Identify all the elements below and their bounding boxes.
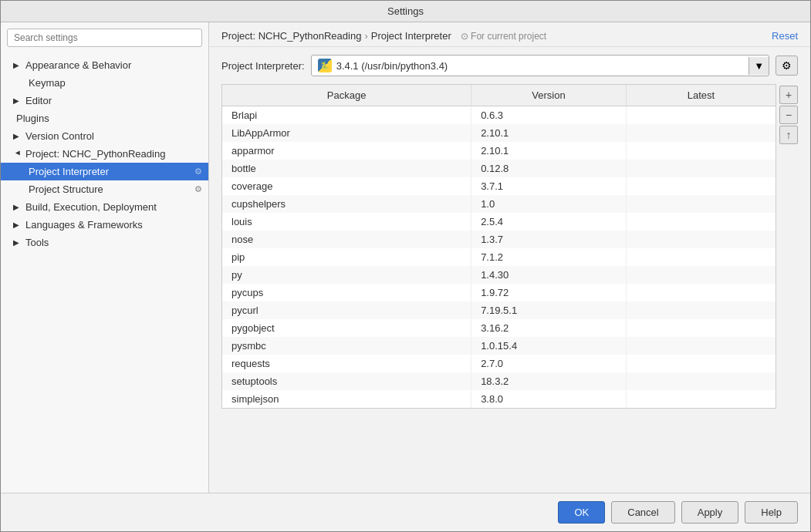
- help-button[interactable]: Help: [745, 501, 798, 524]
- reset-link[interactable]: Reset: [772, 30, 798, 42]
- cell-version: 7.19.5.1: [471, 301, 627, 319]
- chevron-down-icon: ▼: [754, 60, 764, 72]
- cell-version: 1.4.30: [471, 266, 627, 284]
- cell-version: 3.7.1: [471, 177, 627, 195]
- sidebar-item-keymap[interactable]: Keymap: [1, 74, 208, 92]
- interpreter-label: Project Interpreter:: [221, 60, 305, 72]
- table-row[interactable]: pysmbc 1.0.15.4: [222, 337, 776, 355]
- column-version: Version: [471, 85, 627, 106]
- footer: OK Cancel Apply Help: [1, 493, 810, 531]
- sidebar-item-label: Project: NCHC_PythonReading: [25, 148, 165, 160]
- search-input[interactable]: [7, 29, 202, 47]
- python-icon: 🐍: [318, 59, 332, 72]
- chevron-right-icon: ▶: [13, 203, 22, 211]
- table-row[interactable]: pycurl 7.19.5.1: [222, 301, 776, 319]
- sidebar-item-label: Editor: [25, 95, 52, 106]
- cell-version: 0.6.3: [471, 106, 627, 125]
- sidebar-item-appearance[interactable]: ▶ Appearance & Behavior: [1, 56, 208, 74]
- sidebar-item-editor[interactable]: ▶ Editor: [1, 92, 208, 109]
- sidebar-item-project[interactable]: ▼ Project: NCHC_PythonReading: [1, 145, 208, 163]
- table-row[interactable]: bottle 0.12.8: [222, 160, 776, 177]
- chevron-right-icon: ▶: [13, 96, 22, 105]
- chevron-right-icon: ▶: [13, 132, 22, 140]
- cell-latest: [626, 284, 776, 301]
- panel-header: Project: NCHC_PythonReading › Project In…: [209, 22, 810, 47]
- cell-version: 0.12.8: [471, 160, 627, 177]
- sidebar-item-label: Project Interpreter: [29, 166, 109, 177]
- cell-version: 2.10.1: [471, 142, 627, 160]
- table-row[interactable]: LibAppArmor 2.10.1: [222, 124, 776, 142]
- cell-package: setuptools: [222, 372, 471, 390]
- cell-version: 18.3.2: [471, 372, 627, 390]
- table-row[interactable]: coverage 3.7.1: [222, 177, 776, 195]
- cell-latest: [626, 319, 776, 337]
- interpreter-dropdown-button[interactable]: ▼: [748, 57, 769, 75]
- interpreter-select-wrapper[interactable]: 🐍 3.4.1 (/usr/bin/python3.4) ▼: [311, 55, 769, 76]
- apply-button[interactable]: Apply: [681, 501, 739, 524]
- ok-button[interactable]: OK: [558, 501, 605, 524]
- column-latest: Latest: [626, 85, 776, 106]
- title-bar: Settings: [1, 1, 810, 22]
- cell-version: 3.8.0: [471, 390, 627, 408]
- cell-latest: [626, 142, 776, 160]
- sidebar-item-project-interpreter[interactable]: Project Interpreter ⚙: [1, 163, 208, 180]
- sidebar-item-label: Appearance & Behavior: [25, 59, 131, 71]
- sidebar-item-languages[interactable]: ▶ Languages & Frameworks: [1, 216, 208, 234]
- remove-package-button[interactable]: −: [779, 106, 798, 124]
- table-row[interactable]: setuptools 18.3.2: [222, 372, 776, 390]
- sidebar-nav: ▶ Appearance & Behavior Keymap ▶ Editor …: [1, 53, 208, 254]
- cancel-button[interactable]: Cancel: [611, 501, 674, 524]
- sidebar-item-label: Project Structure: [29, 184, 103, 195]
- cell-latest: [626, 390, 776, 408]
- table-side-buttons: + − ↑: [776, 84, 798, 409]
- cell-latest: [626, 231, 776, 248]
- table-row[interactable]: Brlapi 0.6.3: [222, 106, 776, 125]
- cell-latest: [626, 248, 776, 266]
- sidebar: ▶ Appearance & Behavior Keymap ▶ Editor …: [1, 22, 209, 493]
- cell-package: requests: [222, 355, 471, 372]
- sidebar-item-tools[interactable]: ▶ Tools: [1, 234, 208, 251]
- table-row[interactable]: simplejson 3.8.0: [222, 390, 776, 408]
- table-row[interactable]: cupshelpers 1.0: [222, 195, 776, 213]
- cell-latest: [626, 160, 776, 177]
- cell-version: 1.0: [471, 195, 627, 213]
- chevron-right-icon: ▶: [13, 238, 22, 247]
- gear-icon: ⚙: [782, 59, 792, 72]
- sidebar-item-version-control[interactable]: ▶ Version Control: [1, 127, 208, 145]
- cell-latest: [626, 106, 776, 125]
- interpreter-settings-button[interactable]: ⚙: [776, 56, 798, 76]
- table-row[interactable]: py 1.4.30: [222, 266, 776, 284]
- table-row[interactable]: pygobject 3.16.2: [222, 319, 776, 337]
- cell-package: louis: [222, 213, 471, 231]
- sidebar-item-project-structure[interactable]: Project Structure ⚙: [1, 180, 208, 198]
- right-panel: Project: NCHC_PythonReading › Project In…: [209, 22, 810, 493]
- table-row[interactable]: pycups 1.9.72: [222, 284, 776, 301]
- cell-latest: [626, 301, 776, 319]
- interpreter-value: 🐍 3.4.1 (/usr/bin/python3.4): [312, 56, 748, 76]
- table-row[interactable]: nose 1.3.7: [222, 231, 776, 248]
- sidebar-item-build-execution[interactable]: ▶ Build, Execution, Deployment: [1, 198, 208, 216]
- upgrade-package-button[interactable]: ↑: [779, 126, 798, 144]
- add-package-button[interactable]: +: [779, 86, 798, 104]
- cell-version: 2.5.4: [471, 213, 627, 231]
- sidebar-item-plugins[interactable]: Plugins: [1, 109, 208, 127]
- cell-package: pysmbc: [222, 337, 471, 355]
- table-row[interactable]: pip 7.1.2: [222, 248, 776, 266]
- cell-package: nose: [222, 231, 471, 248]
- cell-latest: [626, 266, 776, 284]
- breadcrumb: Project: NCHC_PythonReading › Project In…: [221, 30, 546, 42]
- cell-latest: [626, 213, 776, 231]
- package-table-wrapper[interactable]: Package Version Latest Brlapi 0.6.3 LibA…: [221, 84, 776, 409]
- table-row[interactable]: apparmor 2.10.1: [222, 142, 776, 160]
- cell-latest: [626, 372, 776, 390]
- table-header-row: Package Version Latest: [222, 85, 776, 106]
- cell-latest: [626, 355, 776, 372]
- cell-package: LibAppArmor: [222, 124, 471, 142]
- sidebar-item-label: Keymap: [29, 77, 66, 89]
- table-row[interactable]: requests 2.7.0: [222, 355, 776, 372]
- cell-package: simplejson: [222, 390, 471, 408]
- settings-icon: ⚙: [194, 167, 202, 177]
- table-row[interactable]: louis 2.5.4: [222, 213, 776, 231]
- cell-version: 3.16.2: [471, 319, 627, 337]
- sidebar-item-label: Languages & Frameworks: [25, 219, 143, 231]
